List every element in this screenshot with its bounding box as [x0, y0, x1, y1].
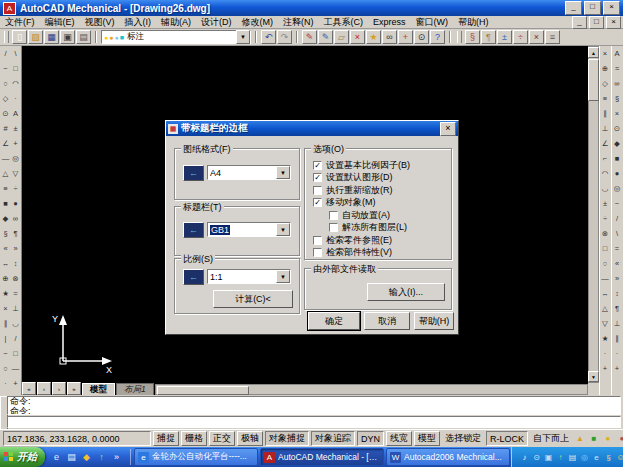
dyn-toggle[interactable]: DYN — [357, 431, 384, 446]
scroll-up-icon[interactable]: ▲ — [588, 47, 599, 58]
modify-tool-icon[interactable]: ⊕ — [600, 61, 610, 75]
restore-button[interactable]: □ — [584, 1, 601, 15]
close-button[interactable]: × — [603, 1, 620, 15]
tab-模型[interactable]: 模型 — [82, 383, 115, 395]
retrieve-part-prop-checkbox[interactable]: 检索部件特性(V) — [313, 247, 447, 260]
modify-tool-icon[interactable]: ≡ — [600, 91, 610, 105]
scale-combo[interactable]: 1:1 ▼ — [207, 269, 291, 284]
dialog-title-bar[interactable]: ▦ 带标题栏的边框 × — [166, 121, 458, 136]
move-objects-checkbox[interactable]: ✓移动对象(M) — [313, 197, 447, 210]
pick-from-drawing-icon[interactable]: ← — [183, 269, 204, 285]
draw-tool-icon[interactable]: ○ — [1, 361, 11, 375]
layer-combo[interactable]: ●●●■ 标注 ▼ — [101, 30, 251, 44]
set-default-drawing-checkbox[interactable]: ✓设置默认图形(D) — [313, 172, 447, 185]
lock-icon[interactable]: ● — [114, 34, 118, 41]
title-bar[interactable]: A AutoCAD Mechanical - [Drawing26.dwg] _… — [0, 0, 623, 16]
green-arrow-icon[interactable]: ↑ — [555, 453, 566, 462]
osnap-toggle[interactable]: 对象捕捉 — [265, 431, 309, 446]
mech-layers-icon[interactable]: ≡ — [545, 30, 560, 44]
mech-erase-icon[interactable]: × — [529, 30, 544, 44]
undo-icon[interactable]: ↶ — [261, 30, 276, 44]
minimize-button[interactable]: _ — [565, 1, 582, 15]
modify-tool-icon[interactable]: ⌐ — [600, 151, 610, 165]
checkbox-icon[interactable] — [329, 211, 338, 220]
save-icon[interactable]: ▦ — [44, 30, 59, 44]
open-icon[interactable]: ▨ — [28, 30, 43, 44]
doc-close-button[interactable]: × — [606, 16, 621, 29]
modify-tool-icon[interactable]: ⊗ — [600, 226, 610, 240]
menu-item-11[interactable]: 窗口(W) — [411, 16, 454, 29]
menu-item-1[interactable]: 文件(F) — [0, 16, 40, 29]
help-icon[interactable]: ? — [430, 30, 445, 44]
modify-tool-icon[interactable]: ★ — [600, 331, 610, 345]
pan-icon[interactable]: + — [398, 30, 413, 44]
mech-tool-icon[interactable]: ~ — [612, 196, 622, 210]
task-word-document[interactable]: WAutocad2006 Mechnical... — [386, 448, 510, 466]
pencil-edit-icon[interactable]: ✎ — [302, 30, 317, 44]
thaw-layers-checkbox[interactable]: 解冻所有图层(L) — [329, 222, 447, 235]
tray-comm-icon[interactable]: ● — [616, 434, 623, 443]
lock-mode-badge[interactable]: R-LOCK — [486, 431, 528, 446]
draw-tool-icon[interactable]: — — [11, 361, 21, 375]
dropdown-arrow-icon[interactable]: ▼ — [276, 270, 290, 283]
mech-tool-icon[interactable]: ∥ — [612, 331, 622, 345]
tab-nav-icon-4[interactable]: » — [67, 382, 81, 395]
messenger-icon[interactable]: ☺ — [615, 453, 623, 462]
draw-tool-icon[interactable]: ◎ — [11, 151, 21, 165]
mech-tool-icon[interactable]: × — [612, 106, 622, 120]
plot-icon[interactable]: ▤ — [76, 30, 91, 44]
draw-tool-icon[interactable]: » — [11, 241, 21, 255]
show-desktop-icon[interactable]: ▤ — [65, 450, 78, 464]
draw-tool-icon[interactable]: ↔ — [1, 256, 11, 270]
delete-icon[interactable]: × — [350, 30, 365, 44]
modify-tool-icon[interactable]: ± — [600, 196, 610, 210]
mech-tool-icon[interactable]: + — [612, 361, 622, 375]
coordinates-readout[interactable]: 167.1836, 233.1628, 0.0000 — [3, 431, 151, 446]
otrack-toggle[interactable]: 对象追踪 — [311, 431, 355, 446]
draw-tool-icon[interactable]: ↕ — [11, 256, 21, 270]
draw-order-label[interactable]: 自下而上 — [530, 432, 572, 445]
draw-tool-icon[interactable]: ÷ — [11, 181, 21, 195]
selection-lock-label[interactable]: 选择锁定 — [442, 432, 484, 445]
checkbox-icon[interactable] — [313, 236, 322, 245]
modify-tool-icon[interactable]: ▽ — [600, 316, 610, 330]
dialog-close-icon[interactable]: × — [440, 122, 456, 136]
modify-tool-icon[interactable]: ◠ — [600, 166, 610, 180]
scrollbar-thumb[interactable] — [588, 59, 599, 101]
draw-tool-icon[interactable]: « — [1, 241, 11, 255]
draw-tool-icon[interactable]: / — [1, 46, 11, 60]
tab-nav-icon-3[interactable]: › — [52, 382, 66, 395]
mech-tool-icon[interactable]: « — [612, 256, 622, 270]
checkbox-icon[interactable] — [313, 186, 322, 195]
draw-tool-icon[interactable]: ∠ — [1, 136, 11, 150]
modify-tool-icon[interactable]: ∥ — [600, 106, 610, 120]
tab-nav-icon-1[interactable]: « — [22, 382, 36, 395]
draw-tool-icon[interactable]: = — [11, 286, 21, 300]
draw-tool-icon[interactable]: ⊙ — [1, 106, 11, 120]
draw-tool-icon[interactable]: ◇ — [1, 91, 11, 105]
doc-restore-button[interactable]: □ — [589, 16, 604, 29]
menu-item-6[interactable]: 设计(D) — [196, 16, 237, 29]
draw-tool-icon[interactable]: ◡ — [11, 316, 21, 330]
modify-tool-icon[interactable]: ⊥ — [600, 121, 610, 135]
mech-tool-icon[interactable]: A — [612, 46, 622, 60]
snap-toggle[interactable]: 捕捉 — [153, 431, 179, 446]
draw-tool-icon[interactable]: ± — [11, 121, 21, 135]
mech-tool-icon[interactable]: ● — [612, 166, 622, 180]
star-tool-icon[interactable]: ★ — [366, 30, 381, 44]
cancel-button[interactable]: 取消 — [364, 312, 410, 330]
pencil-copy-icon[interactable]: ✎ — [318, 30, 333, 44]
redo-icon[interactable]: ↷ — [277, 30, 292, 44]
modify-tool-icon[interactable]: ÷ — [600, 211, 610, 225]
draw-tool-icon[interactable]: ~ — [1, 61, 11, 75]
draw-tool-icon[interactable]: ★ — [1, 286, 11, 300]
mech-tool-icon[interactable]: » — [612, 271, 622, 285]
printer-icon[interactable]: ▤ — [567, 453, 578, 462]
mech-tool-icon[interactable]: ≈ — [612, 61, 622, 75]
launcher-icon[interactable]: ↑ — [95, 450, 108, 464]
mech-tool-icon[interactable]: ◎ — [612, 181, 622, 195]
scroll-down-icon[interactable]: ▼ — [588, 371, 599, 382]
draw-tool-icon[interactable]: ∥ — [1, 316, 11, 330]
mech-tool-icon[interactable]: · — [612, 346, 622, 360]
modify-tool-icon[interactable]: + — [600, 361, 610, 375]
